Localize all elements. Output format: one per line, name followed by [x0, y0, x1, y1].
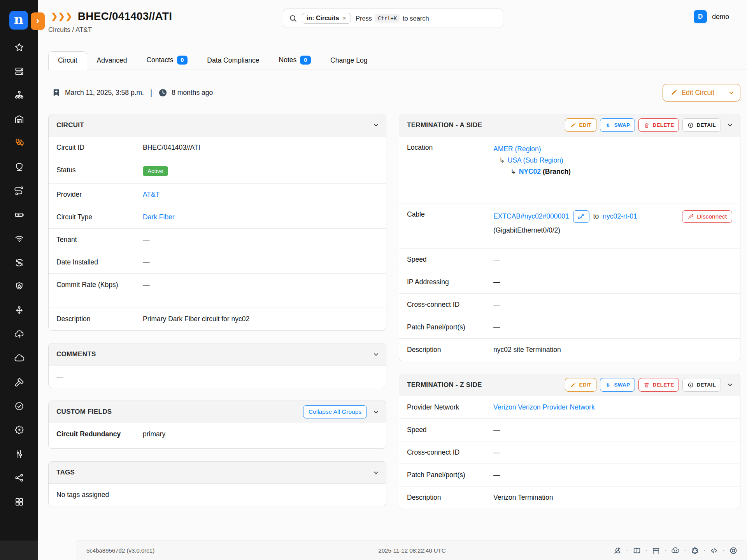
provider-network-link[interactable]: Verizon Verizon Provider Network: [493, 403, 595, 411]
nautobot-app: n › ❯❯❯: [0, 0, 747, 560]
disconnect-button[interactable]: Disconnect: [682, 210, 732, 223]
detail-label: DETAIL: [696, 382, 716, 388]
row-label: Tenant: [56, 236, 143, 244]
code-icon[interactable]: [710, 546, 718, 555]
swap-termination-button[interactable]: SWAP: [600, 378, 635, 392]
pencil-icon: [670, 89, 677, 96]
collapse-chevron-icon[interactable]: [372, 121, 380, 129]
detail-termination-button[interactable]: DETAIL: [682, 378, 721, 392]
sync-icon[interactable]: [14, 257, 25, 268]
sitemap-icon[interactable]: [14, 90, 25, 100]
row-label: Location: [407, 144, 493, 152]
cable-link[interactable]: EXTCAB#nyc02#000001: [493, 212, 569, 220]
cable-trace-button[interactable]: [573, 210, 589, 223]
swap-label: SWAP: [614, 382, 630, 388]
cloud-upload-icon[interactable]: [14, 329, 25, 340]
chip-close-icon[interactable]: ×: [343, 15, 346, 22]
docs-book-icon[interactable]: [633, 546, 641, 555]
sliders-icon[interactable]: [14, 449, 25, 459]
global-search[interactable]: in: Circuits × Press Ctrl+K to search: [283, 9, 503, 28]
sidebar-expand-button[interactable]: ›: [31, 12, 45, 30]
grid-icon[interactable]: [14, 497, 25, 507]
edit-circuit-caret-button[interactable]: [722, 84, 740, 101]
collapse-chevron-icon[interactable]: [726, 121, 734, 129]
tab-change-log[interactable]: Change Log: [321, 51, 377, 70]
subregion-link[interactable]: USA: [508, 156, 521, 164]
wifi-icon[interactable]: [14, 233, 25, 244]
search-scope-chip[interactable]: in: Circuits ×: [302, 13, 351, 24]
detail-termination-button[interactable]: DETAIL: [682, 118, 721, 132]
tab-label: Circuit: [58, 56, 77, 65]
swap-termination-button[interactable]: SWAP: [600, 118, 635, 132]
tab-circuit[interactable]: Circuit: [48, 51, 87, 70]
collapse-chevron-icon[interactable]: [372, 469, 380, 476]
collapse-chevron-icon[interactable]: [372, 351, 380, 358]
tab-label: Contacts: [146, 56, 173, 64]
route-icon[interactable]: [14, 186, 25, 196]
tab-advanced[interactable]: Advanced: [87, 51, 137, 70]
delete-termination-button[interactable]: DELETE: [638, 378, 679, 392]
collapse-chevron-icon[interactable]: [372, 408, 380, 416]
hammer-icon[interactable]: [14, 377, 25, 387]
custom-field-label: Circuit Redundancy: [56, 430, 143, 438]
table-row: IP Addressing—: [399, 271, 740, 293]
shield-flame-icon[interactable]: [14, 281, 25, 292]
device-link[interactable]: nyc02-rt-01: [603, 212, 637, 220]
row-label: Cable: [407, 210, 493, 219]
branch-qualifier: (Branch): [543, 168, 571, 175]
share-icon[interactable]: [14, 472, 25, 483]
row-label: Circuit ID: [56, 144, 143, 152]
shield-network-icon[interactable]: [14, 162, 25, 172]
cable-row: Cable EXTCAB#nyc02#000001 to nyc02-rt-01: [399, 203, 740, 248]
collapse-all-groups-button[interactable]: Collapse All Groups: [303, 405, 367, 418]
star-icon[interactable]: [14, 42, 25, 52]
subregion-qualifier-link[interactable]: (Sub Region): [523, 156, 563, 164]
delete-termination-button[interactable]: DELETE: [638, 118, 679, 132]
footer: 5c4ba89567d2 (v3.0.0rc1) 2025-11-12 08:2…: [76, 541, 747, 560]
edit-termination-button[interactable]: EDIT: [565, 118, 596, 132]
search-hint: Press Ctrl+K to search: [356, 14, 429, 23]
table-row: Cross-connect ID—: [399, 441, 740, 464]
table-row: Descriptionnyc02 site Termination: [399, 338, 740, 361]
circuit-type-link[interactable]: Dark Fiber: [143, 213, 175, 221]
row-label: Status: [56, 166, 143, 174]
building-icon[interactable]: [14, 114, 25, 124]
nautobot-logo[interactable]: n: [9, 11, 28, 30]
help-lifebuoy-icon[interactable]: [729, 546, 738, 555]
cloud-icon[interactable]: [14, 353, 25, 364]
theme-toggle-icon[interactable]: [613, 546, 622, 555]
graphql-icon[interactable]: [691, 546, 699, 555]
edit-circuit-button[interactable]: Edit Circuit: [663, 84, 722, 101]
tab-notes[interactable]: Notes0: [269, 51, 321, 70]
row-label: Patch Panel/port(s): [407, 323, 493, 331]
region-qualifier-link[interactable]: (Region): [515, 145, 541, 153]
region-link[interactable]: AMER: [493, 145, 513, 153]
racks-icon[interactable]: [14, 66, 25, 77]
branch-link[interactable]: NYC02: [519, 168, 541, 175]
delete-label: DELETE: [652, 122, 674, 128]
gear-plus-icon[interactable]: [14, 425, 25, 435]
edit-circuit-label: Edit Circuit: [681, 89, 714, 97]
provider-network-row: Provider NetworkVerizon Verizon Provider…: [399, 396, 740, 418]
table-row: Patch Panel/port(s)—: [399, 316, 740, 338]
row-label: Description: [407, 346, 493, 354]
comments-body: —: [49, 365, 386, 388]
circle-check-icon[interactable]: [14, 401, 25, 411]
table-row: Circuit TypeDark Fiber: [49, 206, 386, 228]
arrows-spread-icon[interactable]: [14, 305, 25, 316]
tab-data-compliance[interactable]: Data Compliance: [197, 51, 269, 70]
torii-gate-icon[interactable]: [652, 546, 660, 555]
row-label: Speed: [407, 426, 493, 434]
custom-fields-panel: CUSTOM FIELDS Collapse All Groups Circui…: [48, 401, 386, 449]
battery-icon[interactable]: [14, 210, 25, 220]
collapse-chevron-icon[interactable]: [726, 381, 734, 388]
edit-termination-button[interactable]: EDIT: [565, 378, 596, 392]
avatar: D: [694, 10, 707, 23]
delete-label: DELETE: [652, 382, 674, 388]
provider-link[interactable]: AT&T: [143, 191, 160, 198]
tab-contacts[interactable]: Contacts0: [137, 51, 197, 70]
cable-icon[interactable]: [14, 138, 25, 148]
status-badge[interactable]: Active: [143, 166, 168, 177]
cloud-api-icon[interactable]: [671, 546, 680, 555]
user-menu[interactable]: D demo: [694, 10, 729, 23]
